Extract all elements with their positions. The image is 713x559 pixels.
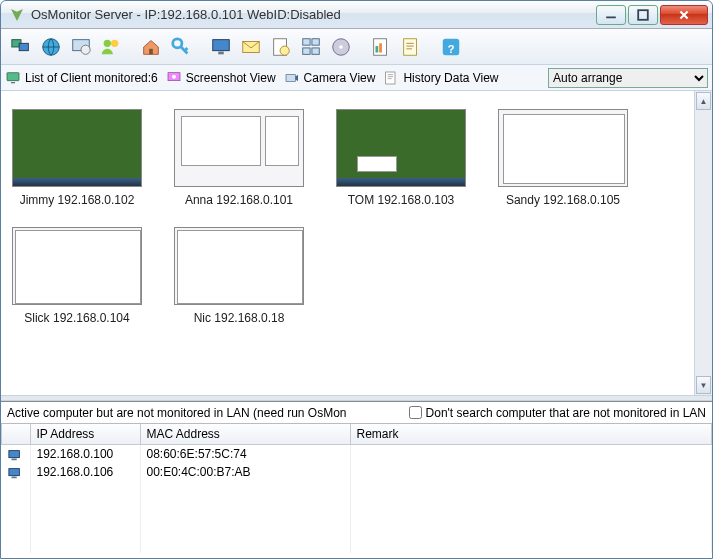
main-panel: Jimmy 192.168.0.102Anna 192.168.0.101TOM… [1, 91, 712, 395]
svg-rect-17 [303, 47, 310, 53]
mail-icon [240, 36, 262, 58]
dont-search-checkbox-label[interactable]: Don't search computer that are not monit… [409, 406, 706, 420]
table-row[interactable]: 192.168.0.10600:E0:4C:00:B7:AB [2, 463, 712, 481]
col-ip[interactable]: IP Address [30, 424, 140, 445]
cell-ip: 192.168.0.106 [30, 463, 140, 481]
eye-button[interactable] [267, 33, 295, 61]
report-button[interactable] [367, 33, 395, 61]
maximize-button[interactable] [628, 5, 658, 25]
monitor-icon [5, 70, 21, 86]
main-toolbar: ? [1, 29, 712, 65]
thumbnail-grid: Jimmy 192.168.0.102Anna 192.168.0.101TOM… [1, 91, 694, 395]
unmonitored-panel: Active computer but are not monitored in… [1, 401, 712, 556]
close-button[interactable] [660, 5, 708, 25]
windows-button[interactable] [297, 33, 325, 61]
svg-rect-28 [11, 82, 15, 83]
svg-rect-11 [218, 51, 224, 54]
thumbnail-caption: Jimmy 192.168.0.102 [20, 193, 135, 207]
scroll-down-button[interactable]: ▼ [696, 376, 711, 394]
screenshot-view-label: Screenshot View [186, 71, 276, 85]
client-thumbnail[interactable]: Jimmy 192.168.0.102 [11, 109, 143, 207]
client-thumbnail[interactable]: Nic 192.168.0.18 [173, 227, 305, 325]
svg-point-30 [172, 74, 176, 78]
computer-icon [8, 449, 22, 461]
col-mac[interactable]: MAC Address [140, 424, 350, 445]
svg-rect-33 [8, 450, 19, 457]
thumbnail-caption: TOM 192.168.0.103 [348, 193, 455, 207]
table-row[interactable]: 192.168.0.10008:60:6E:57:5C:74 [2, 445, 712, 464]
disc-button[interactable] [327, 33, 355, 61]
svg-rect-35 [8, 468, 19, 475]
col-remark[interactable]: Remark [350, 424, 712, 445]
history-view-tab[interactable]: History Data View [383, 70, 498, 86]
key-icon [170, 36, 192, 58]
client-list-tab[interactable]: List of Client monitored:6 [5, 70, 158, 86]
client-thumbnail[interactable]: Sandy 192.168.0.105 [497, 109, 629, 207]
client-list-label: List of Client monitored:6 [25, 71, 158, 85]
screen-config-button[interactable] [67, 33, 95, 61]
screenshot-view-tab[interactable]: Screenshot View [166, 70, 276, 86]
thumbnail-image [12, 109, 142, 187]
thumbnail-caption: Anna 192.168.0.101 [185, 193, 293, 207]
svg-point-7 [111, 39, 118, 46]
minimize-button[interactable] [596, 5, 626, 25]
client-thumbnail[interactable]: TOM 192.168.0.103 [335, 109, 467, 207]
users-button[interactable] [97, 33, 125, 61]
report-icon [370, 36, 392, 58]
thumbnail-image [174, 109, 304, 187]
key-button[interactable] [167, 33, 195, 61]
users-icon [100, 36, 122, 58]
house-button[interactable] [137, 33, 165, 61]
computer-icon [8, 467, 22, 479]
svg-point-20 [339, 45, 343, 49]
globe-button[interactable] [37, 33, 65, 61]
client-thumbnail[interactable]: Slick 192.168.0.104 [11, 227, 143, 325]
info-message: Active computer but are not monitored in… [7, 406, 347, 420]
screenshot-icon [166, 70, 182, 86]
thumbnail-caption: Slick 192.168.0.104 [24, 311, 129, 325]
app-icon [9, 7, 25, 23]
camera-icon [284, 70, 300, 86]
cell-remark [350, 445, 712, 464]
cell-ip: 192.168.0.100 [30, 445, 140, 464]
cell-mac: 08:60:6E:57:5C:74 [140, 445, 350, 464]
help-button[interactable]: ? [437, 33, 465, 61]
eye-icon [270, 36, 292, 58]
cell-remark [350, 463, 712, 481]
svg-rect-10 [213, 39, 230, 50]
arrange-select[interactable]: Auto arrange [548, 68, 708, 88]
dont-search-checkbox[interactable] [409, 406, 422, 419]
dont-search-text: Don't search computer that are not monit… [426, 406, 706, 420]
globe-icon [40, 36, 62, 58]
col-icon[interactable] [2, 424, 31, 445]
svg-rect-36 [11, 476, 16, 478]
screen-config-icon [70, 36, 92, 58]
monitors-button[interactable] [7, 33, 35, 61]
windows-icon [300, 36, 322, 58]
scroll-up-button[interactable]: ▲ [696, 92, 711, 110]
display-button[interactable] [207, 33, 235, 61]
svg-rect-18 [312, 47, 319, 53]
unmonitored-table: IP Address MAC Address Remark 192.168.0.… [1, 424, 712, 556]
svg-point-5 [81, 45, 90, 54]
monitors-icon [10, 36, 32, 58]
view-tabs-bar: List of Client monitored:6 Screenshot Vi… [1, 65, 712, 91]
thumbnail-image [12, 227, 142, 305]
mail-button[interactable] [237, 33, 265, 61]
report2-icon [400, 36, 422, 58]
client-thumbnail[interactable]: Anna 192.168.0.101 [173, 109, 305, 207]
report2-button[interactable] [397, 33, 425, 61]
vertical-scrollbar[interactable]: ▲ ▼ [694, 91, 712, 395]
scroll-track[interactable] [695, 111, 712, 375]
camera-view-tab[interactable]: Camera View [284, 70, 376, 86]
thumbnail-caption: Nic 192.168.0.18 [194, 311, 285, 325]
titlebar: OsMonitor Server - IP:192.168.0.101 WebI… [1, 1, 712, 29]
svg-rect-16 [312, 38, 319, 44]
thumbnail-image [336, 109, 466, 187]
svg-point-6 [104, 39, 111, 46]
svg-rect-24 [404, 38, 417, 55]
svg-rect-15 [303, 38, 310, 44]
info-bar: Active computer but are not monitored in… [1, 402, 712, 424]
svg-rect-2 [19, 43, 28, 50]
cell-mac: 00:E0:4C:00:B7:AB [140, 463, 350, 481]
